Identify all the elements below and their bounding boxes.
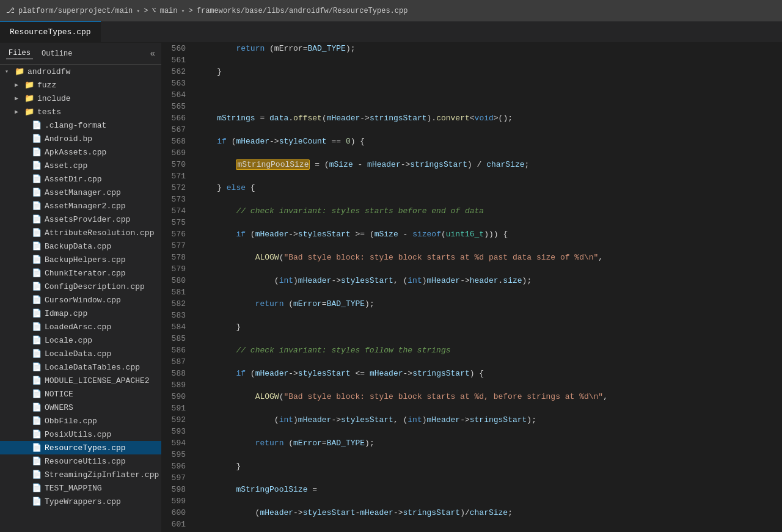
- file-icon-assetsprovider: 📄: [32, 214, 42, 224]
- filepath: frameworks/base/libs/androidfw/ResourceT…: [197, 7, 408, 15]
- tree-label-attributeresolution: AttributeResolution.cpp: [45, 228, 154, 238]
- file-icon-chunkiterator: 📄: [32, 268, 42, 278]
- tree-label-typewrappers: TypeWrappers.cpp: [45, 497, 121, 506]
- tree-label-obbfile: ObbFile.cpp: [45, 417, 97, 426]
- repo-path[interactable]: platform/superproject/main: [18, 7, 133, 15]
- expand-arrow-androidfw: ▾: [5, 68, 12, 75]
- tree-item-localedatatables[interactable]: ▶ 📄 LocaleDataTables.cpp: [0, 360, 161, 374]
- file-icon-assetmanager2: 📄: [32, 201, 42, 211]
- tree-label-resourceutils: ResourceUtils.cpp: [45, 457, 126, 466]
- tree-label-idmap: Idmap.cpp: [45, 309, 87, 318]
- tree-item-idmap[interactable]: ▶ 📄 Idmap.cpp: [0, 307, 161, 320]
- tree-label-assetdir: AssetDir.cpp: [45, 175, 102, 184]
- sidebar-tab-files[interactable]: Files: [6, 48, 33, 59]
- file-icon-resourceutils: 📄: [32, 456, 42, 466]
- collapse-sidebar-button[interactable]: «: [150, 49, 155, 59]
- tree-label-test-mapping: TEST_MAPPING: [45, 484, 102, 493]
- file-icon-android-bp: 📄: [32, 134, 42, 144]
- editor-area: 560 561 562 563 564 565 566 567 568 569 …: [161, 43, 782, 532]
- tree-label-backupdata: BackupData.cpp: [45, 242, 111, 251]
- tree-item-test-mapping[interactable]: ▶ 📄 TEST_MAPPING: [0, 481, 161, 495]
- tree-item-obbfile[interactable]: ▶ 📄 ObbFile.cpp: [0, 414, 161, 428]
- file-icon-localedatatables: 📄: [32, 362, 42, 372]
- file-icon-localedata: 📄: [32, 349, 42, 359]
- tree-item-resourceutils[interactable]: ▶ 📄 ResourceUtils.cpp: [0, 454, 161, 468]
- tree-item-fuzz[interactable]: ▶ 📁 fuzz: [0, 78, 161, 92]
- file-icon-apkassets: 📄: [32, 147, 42, 157]
- tree-item-androidfw[interactable]: ▾ 📁 androidfw: [0, 65, 161, 78]
- tree-label-localedatatables: LocaleDataTables.cpp: [45, 363, 140, 372]
- tree-item-android-bp[interactable]: ▶ 📄 Android.bp: [0, 132, 161, 145]
- file-icon-module-license: 📄: [32, 376, 42, 385]
- line-numbers: 560 561 562 563 564 565 566 567 568 569 …: [161, 43, 192, 532]
- branch-name[interactable]: main: [160, 7, 178, 15]
- tree-item-attributeresolution[interactable]: ▶ 📄 AttributeResolution.cpp: [0, 226, 161, 239]
- tree-item-backuphelpers[interactable]: ▶ 📄 BackupHelpers.cpp: [0, 253, 161, 266]
- tree-item-chunkiterator[interactable]: ▶ 📄 ChunkIterator.cpp: [0, 266, 161, 280]
- tree-label-android-bp: Android.bp: [45, 134, 92, 144]
- tree-item-tests[interactable]: ▶ 📁 tests: [0, 105, 161, 118]
- sidebar-header: Files Outline «: [0, 43, 161, 65]
- tree-item-backupdata[interactable]: ▶ 📄 BackupData.cpp: [0, 239, 161, 253]
- tab-label: ResourceTypes.cpp: [10, 27, 91, 37]
- tree-item-include[interactable]: ▶ 📁 include: [0, 92, 161, 105]
- tree-label-fuzz: fuzz: [37, 81, 56, 90]
- repo-icon: ⎇: [6, 6, 15, 15]
- tree-label-owners: OWNERS: [45, 403, 73, 412]
- file-icon-backupdata: 📄: [32, 241, 42, 251]
- tree-label-cursorwindow: CursorWindow.cpp: [45, 296, 121, 305]
- tree-label-streamingzip: StreamingZipInflater.cpp: [45, 470, 159, 479]
- dropdown-arrow-branch[interactable]: ▾: [181, 7, 185, 15]
- tree-item-configdesc[interactable]: ▶ 📄 ConfigDescription.cpp: [0, 280, 161, 293]
- sep2: >: [189, 7, 193, 15]
- tab-resourcetypes[interactable]: ResourceTypes.cpp: [0, 21, 101, 42]
- tree-item-loadedarsc[interactable]: ▶ 📄 LoadedArsc.cpp: [0, 320, 161, 333]
- tree-item-streamingzip[interactable]: ▶ 📄 StreamingZipInflater.cpp: [0, 468, 161, 481]
- tree-item-cursorwindow[interactable]: ▶ 📄 CursorWindow.cpp: [0, 293, 161, 307]
- tree-item-asset[interactable]: ▶ 📄 Asset.cpp: [0, 159, 161, 172]
- file-icon-test-mapping: 📄: [32, 483, 42, 493]
- tree-label-apkassets: ApkAssets.cpp: [45, 148, 106, 157]
- tree-item-module-license[interactable]: ▶ 📄 MODULE_LICENSE_APACHE2: [0, 374, 161, 387]
- tree-item-locale[interactable]: ▶ 📄 Locale.cpp: [0, 333, 161, 347]
- tree-item-localedata[interactable]: ▶ 📄 LocaleData.cpp: [0, 347, 161, 360]
- top-bar: ⎇ platform/superproject/main ▾ > ⌥ main …: [0, 0, 782, 21]
- file-icon-locale: 📄: [32, 335, 42, 345]
- dropdown-arrow-repo[interactable]: ▾: [136, 7, 140, 15]
- expand-arrow-fuzz: ▶: [15, 81, 22, 89]
- file-icon-cursorwindow: 📄: [32, 295, 42, 305]
- expand-arrow-tests: ▶: [15, 108, 22, 115]
- tree-item-apkassets[interactable]: ▶ 📄 ApkAssets.cpp: [0, 145, 161, 159]
- code-view[interactable]: 560 561 562 563 564 565 566 567 568 569 …: [161, 43, 782, 532]
- tab-bar: ResourceTypes.cpp: [0, 21, 782, 43]
- code-editor[interactable]: return (mError=BAD_TYPE); } mStrings = d…: [192, 43, 782, 532]
- file-icon-owners: 📄: [32, 403, 42, 412]
- tree-label-androidfw: androidfw: [27, 67, 70, 76]
- tree-item-clang-format[interactable]: ▶ 📄 .clang-format: [0, 118, 161, 132]
- tree-item-owners[interactable]: ▶ 📄 OWNERS: [0, 401, 161, 414]
- tree-item-posixutils[interactable]: ▶ 📄 PosixUtils.cpp: [0, 428, 161, 441]
- tree-item-assetdir[interactable]: ▶ 📄 AssetDir.cpp: [0, 172, 161, 186]
- tree-label-tests: tests: [37, 107, 61, 117]
- folder-icon-fuzz: 📁: [24, 80, 34, 90]
- sidebar-tab-outline[interactable]: Outline: [39, 48, 75, 59]
- tree-item-assetsprovider[interactable]: ▶ 📄 AssetsProvider.cpp: [0, 213, 161, 226]
- tree-item-assetmanager2[interactable]: ▶ 📄 AssetManager2.cpp: [0, 199, 161, 213]
- file-icon-assetmanager: 📄: [32, 188, 42, 197]
- expand-arrow-include: ▶: [15, 95, 22, 102]
- sep1: >: [144, 7, 148, 15]
- tree-label-configdesc: ConfigDescription.cpp: [45, 282, 145, 291]
- file-icon-asset: 📄: [32, 161, 42, 170]
- file-icon-loadedarsc: 📄: [32, 322, 42, 332]
- tree-label-loadedarsc: LoadedArsc.cpp: [45, 322, 111, 332]
- file-icon-configdesc: 📄: [32, 282, 42, 291]
- tree-label-posixutils: PosixUtils.cpp: [45, 430, 111, 439]
- tree-item-typewrappers[interactable]: ▶ 📄 TypeWrappers.cpp: [0, 495, 161, 508]
- tree-item-resourcetypes[interactable]: ▶ 📄 ResourceTypes.cpp: [0, 441, 161, 454]
- file-icon-posixutils: 📄: [32, 429, 42, 439]
- file-icon-assetdir: 📄: [32, 174, 42, 184]
- tree-item-notice[interactable]: ▶ 📄 NOTICE: [0, 387, 161, 401]
- file-icon-streamingzip: 📄: [32, 470, 42, 479]
- file-icon-notice: 📄: [32, 389, 42, 399]
- tree-item-assetmanager[interactable]: ▶ 📄 AssetManager.cpp: [0, 186, 161, 199]
